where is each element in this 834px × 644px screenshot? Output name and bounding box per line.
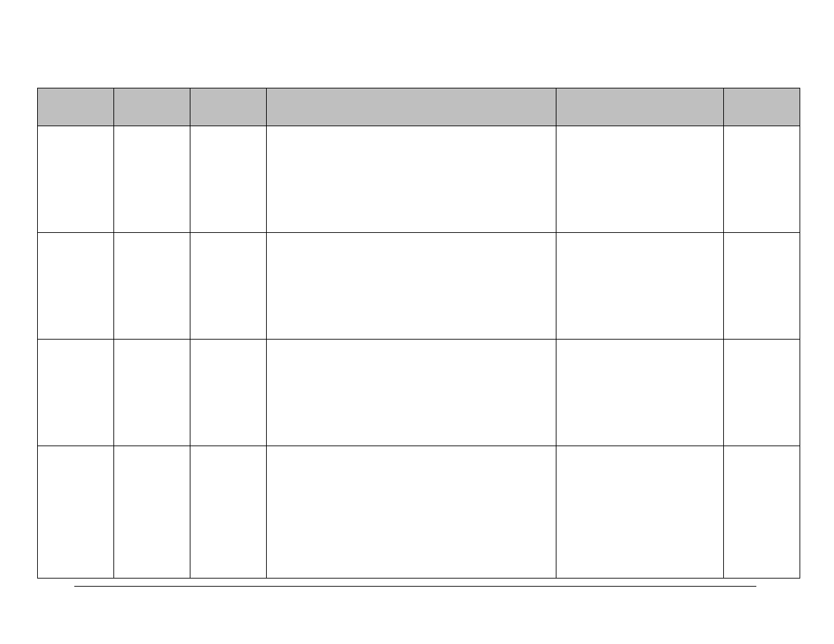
table-cell (38, 446, 114, 579)
table-cell (724, 126, 800, 233)
table-cell (38, 233, 114, 340)
table-cell (556, 233, 723, 340)
table-cell (190, 126, 266, 233)
table-cell (113, 126, 190, 233)
table-cell (190, 340, 266, 446)
data-table (37, 88, 800, 579)
table-cell (38, 340, 114, 446)
table-cell (556, 340, 723, 446)
table-header-cell (724, 88, 800, 126)
document-page (37, 88, 800, 579)
table-cell (724, 446, 800, 579)
table-cell (190, 233, 266, 340)
table-cell (266, 446, 556, 579)
table-cell (724, 233, 800, 340)
table-header-row (38, 88, 800, 126)
table-cell (724, 340, 800, 446)
table-cell (113, 446, 190, 579)
table-header-cell (190, 88, 266, 126)
table-row (38, 233, 800, 340)
table-cell (556, 446, 723, 579)
table-cell (113, 340, 190, 446)
table-cell (190, 446, 266, 579)
table-row (38, 126, 800, 233)
table-cell (38, 126, 114, 233)
table-header-cell (266, 88, 556, 126)
table-cell (556, 126, 723, 233)
table-header-cell (113, 88, 190, 126)
table-cell (266, 126, 556, 233)
table-cell (266, 340, 556, 446)
table-row (38, 340, 800, 446)
table-header-cell (556, 88, 723, 126)
table-row (38, 446, 800, 579)
table-cell (266, 233, 556, 340)
table-cell (113, 233, 190, 340)
table-header-cell (38, 88, 114, 126)
footer-divider (74, 586, 756, 587)
